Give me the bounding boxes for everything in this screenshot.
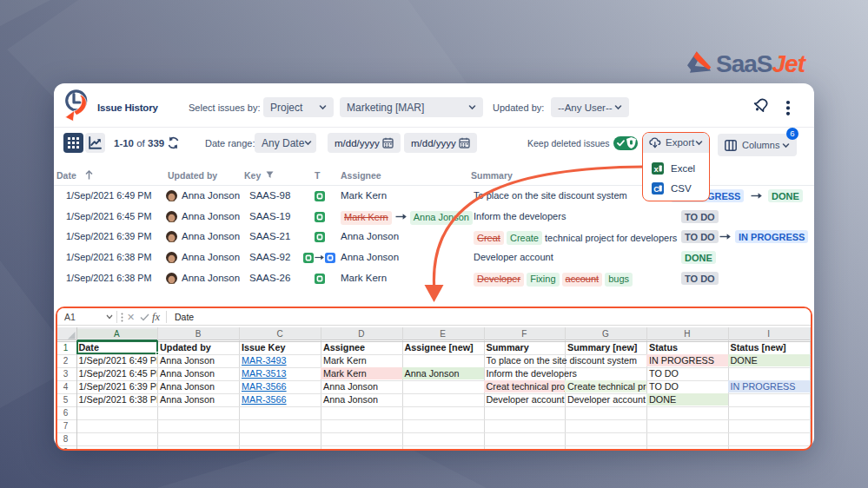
svg-text:x: x xyxy=(654,164,659,174)
svg-text:C: C xyxy=(653,184,659,193)
